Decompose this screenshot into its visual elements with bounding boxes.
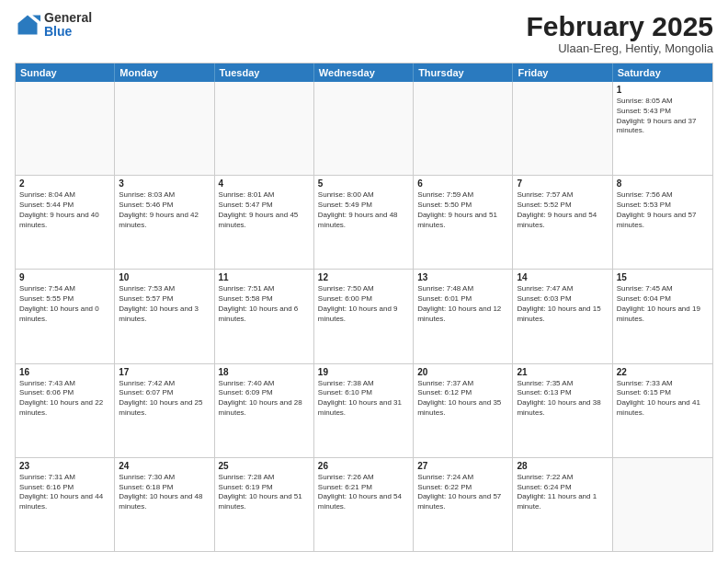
- day-info: Sunrise: 7:33 AM Sunset: 6:15 PM Dayligh…: [617, 379, 709, 419]
- day-number: 22: [617, 367, 709, 377]
- day-number: 6: [417, 178, 508, 189]
- day-number: 10: [119, 272, 210, 282]
- calendar-cell: 4Sunrise: 8:01 AM Sunset: 5:47 PM Daylig…: [215, 176, 314, 269]
- logo-icon: [15, 12, 40, 38]
- calendar-cell: 19Sunrise: 7:38 AM Sunset: 6:10 PM Dayli…: [314, 364, 414, 457]
- calendar-cell: [613, 458, 712, 551]
- day-number: 24: [119, 461, 210, 471]
- day-number: 12: [318, 272, 409, 282]
- calendar-cell: 2Sunrise: 8:04 AM Sunset: 5:44 PM Daylig…: [16, 176, 115, 269]
- calendar-cell: 21Sunrise: 7:35 AM Sunset: 6:13 PM Dayli…: [513, 364, 612, 457]
- day-info: Sunrise: 7:24 AM Sunset: 6:22 PM Dayligh…: [417, 473, 508, 512]
- day-number: 2: [19, 178, 110, 189]
- title-area: February 2025 Ulaan-Ereg, Hentiy, Mongol…: [527, 11, 713, 55]
- day-number: 21: [517, 367, 608, 377]
- weekday-header: Monday: [115, 63, 214, 82]
- calendar-row: 2Sunrise: 8:04 AM Sunset: 5:44 PM Daylig…: [16, 175, 712, 269]
- day-info: Sunrise: 7:40 AM Sunset: 6:09 PM Dayligh…: [219, 379, 310, 419]
- calendar-row: 9Sunrise: 7:54 AM Sunset: 5:55 PM Daylig…: [16, 269, 712, 362]
- day-info: Sunrise: 7:50 AM Sunset: 6:00 PM Dayligh…: [318, 284, 409, 324]
- calendar-cell: 5Sunrise: 8:00 AM Sunset: 5:49 PM Daylig…: [314, 176, 414, 269]
- calendar-cell: [414, 82, 513, 175]
- day-info: Sunrise: 7:31 AM Sunset: 6:16 PM Dayligh…: [19, 473, 110, 512]
- calendar-cell: 11Sunrise: 7:51 AM Sunset: 5:58 PM Dayli…: [215, 270, 314, 362]
- weekday-header: Saturday: [613, 63, 712, 82]
- calendar-cell: 22Sunrise: 7:33 AM Sunset: 6:15 PM Dayli…: [613, 364, 712, 457]
- day-info: Sunrise: 8:03 AM Sunset: 5:46 PM Dayligh…: [119, 190, 210, 230]
- day-info: Sunrise: 7:48 AM Sunset: 6:01 PM Dayligh…: [417, 284, 508, 324]
- calendar-cell: 26Sunrise: 7:26 AM Sunset: 6:21 PM Dayli…: [314, 458, 414, 551]
- weekday-header: Thursday: [414, 63, 513, 82]
- day-info: Sunrise: 7:26 AM Sunset: 6:21 PM Dayligh…: [318, 473, 409, 512]
- day-info: Sunrise: 7:30 AM Sunset: 6:18 PM Dayligh…: [119, 473, 210, 512]
- day-info: Sunrise: 7:22 AM Sunset: 6:24 PM Dayligh…: [517, 473, 608, 512]
- logo-text: General Blue: [44, 11, 92, 40]
- day-info: Sunrise: 7:57 AM Sunset: 5:52 PM Dayligh…: [517, 190, 608, 230]
- calendar-cell: 24Sunrise: 7:30 AM Sunset: 6:18 PM Dayli…: [115, 458, 214, 551]
- day-info: Sunrise: 7:37 AM Sunset: 6:12 PM Dayligh…: [417, 379, 508, 419]
- calendar-cell: 15Sunrise: 7:45 AM Sunset: 6:04 PM Dayli…: [613, 270, 712, 362]
- svg-marker-0: [18, 16, 38, 35]
- day-number: 11: [219, 272, 310, 282]
- month-title: February 2025: [527, 11, 713, 41]
- location-subtitle: Ulaan-Ereg, Hentiy, Mongolia: [527, 41, 713, 55]
- calendar-cell: [16, 82, 115, 175]
- day-number: 20: [417, 367, 508, 377]
- calendar-cell: [115, 82, 214, 175]
- calendar-row: 23Sunrise: 7:31 AM Sunset: 6:16 PM Dayli…: [16, 457, 712, 551]
- day-number: 13: [417, 272, 508, 282]
- header: General Blue February 2025 Ulaan-Ereg, H…: [15, 11, 713, 55]
- calendar-cell: 7Sunrise: 7:57 AM Sunset: 5:52 PM Daylig…: [513, 176, 612, 269]
- day-number: 28: [517, 461, 608, 471]
- day-info: Sunrise: 8:04 AM Sunset: 5:44 PM Dayligh…: [19, 190, 110, 230]
- day-number: 9: [19, 272, 110, 282]
- day-info: Sunrise: 8:01 AM Sunset: 5:47 PM Dayligh…: [219, 190, 310, 230]
- day-number: 4: [219, 178, 310, 189]
- day-number: 15: [617, 272, 709, 282]
- calendar-cell: 1Sunrise: 8:05 AM Sunset: 5:43 PM Daylig…: [613, 82, 712, 175]
- calendar-cell: 18Sunrise: 7:40 AM Sunset: 6:09 PM Dayli…: [215, 364, 314, 457]
- calendar-cell: 10Sunrise: 7:53 AM Sunset: 5:57 PM Dayli…: [115, 270, 214, 362]
- weekday-header: Sunday: [16, 63, 115, 82]
- calendar-row: 16Sunrise: 7:43 AM Sunset: 6:06 PM Dayli…: [16, 363, 712, 457]
- day-number: 14: [517, 272, 608, 282]
- calendar-cell: 17Sunrise: 7:42 AM Sunset: 6:07 PM Dayli…: [115, 364, 214, 457]
- day-info: Sunrise: 7:28 AM Sunset: 6:19 PM Dayligh…: [219, 473, 310, 512]
- calendar-cell: 13Sunrise: 7:48 AM Sunset: 6:01 PM Dayli…: [414, 270, 513, 362]
- day-info: Sunrise: 7:35 AM Sunset: 6:13 PM Dayligh…: [517, 379, 608, 419]
- day-number: 1: [617, 85, 709, 95]
- calendar-cell: 25Sunrise: 7:28 AM Sunset: 6:19 PM Dayli…: [215, 458, 314, 551]
- day-number: 27: [417, 461, 508, 471]
- logo-blue-text: Blue: [44, 25, 92, 39]
- calendar-cell: 8Sunrise: 7:56 AM Sunset: 5:53 PM Daylig…: [613, 176, 712, 269]
- calendar-body: 1Sunrise: 8:05 AM Sunset: 5:43 PM Daylig…: [16, 82, 712, 551]
- calendar-cell: 6Sunrise: 7:59 AM Sunset: 5:50 PM Daylig…: [414, 176, 513, 269]
- day-number: 26: [318, 461, 409, 471]
- day-number: 25: [219, 461, 310, 471]
- day-info: Sunrise: 8:05 AM Sunset: 5:43 PM Dayligh…: [617, 97, 709, 136]
- weekday-header: Tuesday: [215, 63, 314, 82]
- calendar-cell: 23Sunrise: 7:31 AM Sunset: 6:16 PM Dayli…: [16, 458, 115, 551]
- calendar-cell: [314, 82, 414, 175]
- calendar-cell: [513, 82, 612, 175]
- day-info: Sunrise: 8:00 AM Sunset: 5:49 PM Dayligh…: [318, 190, 409, 230]
- day-info: Sunrise: 7:56 AM Sunset: 5:53 PM Dayligh…: [617, 190, 709, 230]
- calendar-cell: 20Sunrise: 7:37 AM Sunset: 6:12 PM Dayli…: [414, 364, 513, 457]
- day-number: 17: [119, 367, 210, 377]
- day-number: 5: [318, 178, 409, 189]
- day-number: 7: [517, 178, 608, 189]
- calendar-cell: 28Sunrise: 7:22 AM Sunset: 6:24 PM Dayli…: [513, 458, 612, 551]
- day-info: Sunrise: 7:43 AM Sunset: 6:06 PM Dayligh…: [19, 379, 110, 419]
- day-info: Sunrise: 7:45 AM Sunset: 6:04 PM Dayligh…: [617, 284, 709, 324]
- page: General Blue February 2025 Ulaan-Ereg, H…: [0, 0, 728, 563]
- day-number: 23: [19, 461, 110, 471]
- weekday-header: Friday: [513, 63, 612, 82]
- calendar-row: 1Sunrise: 8:05 AM Sunset: 5:43 PM Daylig…: [16, 82, 712, 175]
- day-info: Sunrise: 7:42 AM Sunset: 6:07 PM Dayligh…: [119, 379, 210, 419]
- calendar-cell: 27Sunrise: 7:24 AM Sunset: 6:22 PM Dayli…: [414, 458, 513, 551]
- calendar-cell: 14Sunrise: 7:47 AM Sunset: 6:03 PM Dayli…: [513, 270, 612, 362]
- calendar: SundayMondayTuesdayWednesdayThursdayFrid…: [15, 63, 713, 552]
- day-info: Sunrise: 7:51 AM Sunset: 5:58 PM Dayligh…: [219, 284, 310, 324]
- calendar-cell: 3Sunrise: 8:03 AM Sunset: 5:46 PM Daylig…: [115, 176, 214, 269]
- calendar-cell: 12Sunrise: 7:50 AM Sunset: 6:00 PM Dayli…: [314, 270, 414, 362]
